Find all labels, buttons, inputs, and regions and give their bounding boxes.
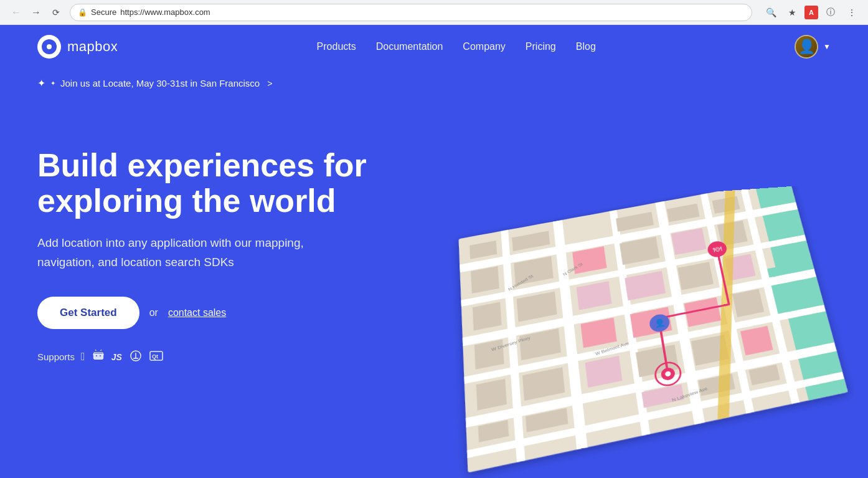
logo[interactable]: mapbox: [37, 35, 118, 59]
url-text: https://www.mapbox.com: [120, 7, 210, 17]
nav-blog[interactable]: Blog: [576, 41, 596, 52]
bookmark-button[interactable]: ★: [783, 4, 801, 21]
svg-point-1: [96, 355, 97, 356]
address-bar[interactable]: 🔒 Secure https://www.mapbox.com: [70, 4, 752, 21]
apple-icon: : [81, 350, 85, 363]
back-button[interactable]: ←: [7, 4, 25, 21]
android-icon: [93, 349, 104, 365]
get-started-button[interactable]: Get Started: [37, 297, 139, 329]
hero-content: Build experiences for exploring the worl…: [37, 148, 386, 365]
page: mapbox Products Documentation Company Pr…: [0, 25, 868, 478]
extension-icon[interactable]: A: [804, 6, 818, 19]
map-svg: N Halsted St N Clark St W Diversey Pkwy …: [430, 184, 868, 478]
avatar[interactable]: 👤: [795, 35, 818, 59]
hero-subtitle: Add location into any application with o…: [37, 234, 311, 272]
platform-icons:  JS: [81, 349, 163, 365]
qt-icon-1: [130, 350, 142, 364]
browser-chrome: ← → ⟳ 🔒 Secure https://www.mapbox.com 🔍 …: [0, 0, 868, 25]
svg-text:Qt: Qt: [152, 353, 158, 360]
reload-button[interactable]: ⟳: [47, 4, 65, 21]
zoom-button[interactable]: 🔍: [762, 4, 780, 21]
logo-dot: [47, 44, 52, 49]
info-button[interactable]: ⓘ: [822, 4, 839, 21]
logo-circle: [37, 35, 61, 59]
banner-sparkle-icon-2: ✦: [50, 80, 55, 87]
nav-company[interactable]: Company: [463, 41, 505, 52]
svg-point-2: [100, 355, 101, 356]
qt-icon-2: Qt: [149, 351, 163, 363]
contact-sales-link[interactable]: contact sales: [168, 307, 226, 318]
forward-button[interactable]: →: [27, 4, 45, 21]
map-illustration: N Halsted St N Clark St W Diversey Pkwy …: [432, 123, 868, 472]
supports-area: Supports  JS: [37, 349, 386, 365]
hero-section: Build experiences for exploring the worl…: [0, 98, 868, 459]
svg-text:🍽: 🍽: [712, 244, 722, 254]
browser-nav-buttons: ← → ⟳: [7, 4, 65, 21]
cta-area: Get Started or contact sales: [37, 297, 386, 329]
hero-title: Build experiences for exploring the worl…: [37, 148, 386, 219]
logo-text: mapbox: [67, 39, 118, 55]
lock-icon: 🔒: [78, 8, 87, 17]
js-icon: JS: [111, 352, 122, 362]
logo-inner: [42, 39, 57, 54]
or-text: or: [149, 307, 158, 318]
menu-button[interactable]: ⋮: [843, 4, 861, 21]
user-area: 👤 ▼: [795, 35, 831, 59]
nav-products[interactable]: Products: [317, 41, 356, 52]
banner-sparkle-icon: ✦: [37, 77, 45, 89]
svg-rect-0: [93, 353, 103, 359]
supports-label: Supports: [37, 351, 75, 362]
nav-links: Products Documentation Company Pricing B…: [317, 41, 596, 52]
banner-text: Join us at Locate, May 30-31st in San Fr…: [60, 78, 260, 88]
secure-label: Secure: [91, 7, 116, 17]
banner[interactable]: ✦ ✦ Join us at Locate, May 30-31st in Sa…: [0, 69, 868, 98]
avatar-image: 👤: [796, 36, 817, 57]
nav-pricing[interactable]: Pricing: [526, 41, 556, 52]
nav-documentation[interactable]: Documentation: [376, 41, 443, 52]
navbar: mapbox Products Documentation Company Pr…: [0, 25, 868, 69]
browser-actions: 🔍 ★ A ⓘ ⋮: [762, 4, 861, 21]
banner-arrow: >: [267, 79, 272, 88]
user-dropdown-arrow[interactable]: ▼: [823, 42, 831, 51]
